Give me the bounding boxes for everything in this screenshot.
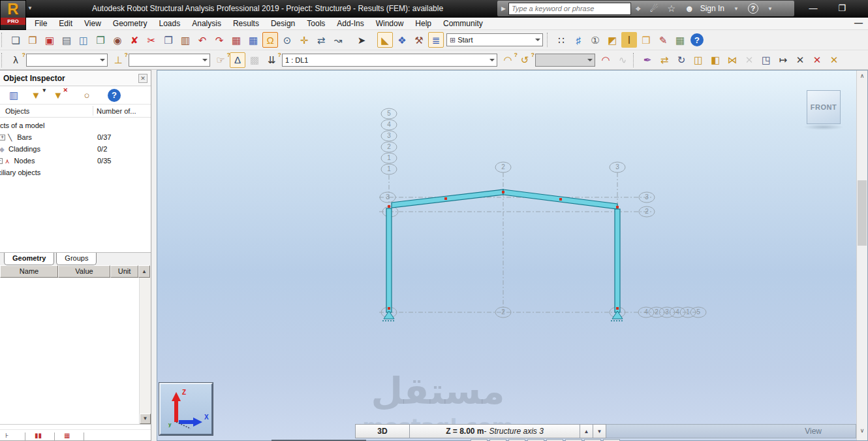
filter-icon[interactable]: ▼ ▾ — [28, 88, 44, 103]
layout-manager-icon[interactable]: ≣ — [428, 32, 444, 48]
tree-row[interactable]: Auxiliary objects — [1, 167, 16, 178]
format-painter-icon[interactable]: ✒ — [640, 52, 655, 68]
scroll-up-icon[interactable]: ▲ — [138, 265, 150, 278]
load-display-icon[interactable]: ◠ — [598, 52, 613, 68]
redo-icon[interactable]: ↷ — [211, 32, 227, 48]
menu-item[interactable]: Geometry — [107, 18, 153, 29]
select-bars-icon[interactable]: ⊥ ? — [110, 52, 126, 68]
supports-icon[interactable]: Δ — [230, 52, 245, 68]
tab-geometry[interactable]: Geometry — [4, 253, 54, 265]
sign-in-button[interactable]: Sign In — [700, 4, 724, 13]
scroll-down-icon[interactable]: ▼ — [140, 414, 151, 424]
communication-center-icon[interactable]: ☄ — [650, 1, 659, 16]
combo-arrow-icon[interactable] — [585, 54, 595, 66]
tree-row[interactable]: − Objects of a model — [1, 120, 16, 131]
rotate-icon[interactable]: ↻ — [674, 52, 689, 68]
combo-arrow-icon[interactable] — [533, 34, 542, 46]
unit-column-header[interactable]: Unit — [110, 265, 138, 278]
menu-item[interactable]: File — [29, 18, 53, 29]
bar-selection-combo[interactable] — [129, 54, 210, 67]
calculation-messages-icon[interactable]: ▦ — [245, 32, 261, 48]
translate-icon[interactable]: ⇄ — [657, 52, 672, 68]
search-icon[interactable]: ⌖ — [636, 1, 641, 16]
inspector-list-icon[interactable]: ▥ — [6, 88, 22, 103]
edit-disabled-icon[interactable]: ✕ — [741, 52, 757, 68]
cut-icon[interactable]: ✂ — [144, 32, 159, 48]
model-viewport[interactable]: 5 4 3 2 1 1 2 3 3 2 3 2 2 4 2 3 4 1 5 — [157, 70, 868, 441]
releases-icon[interactable]: ▩ — [247, 52, 262, 68]
tree-expander[interactable]: + — [0, 135, 5, 140]
menu-item[interactable]: Help — [409, 18, 437, 29]
search-input[interactable] — [508, 3, 631, 15]
delete-icon[interactable]: ✘ — [127, 32, 142, 48]
help-icon[interactable]: ? — [690, 33, 704, 46]
moment-load-icon[interactable]: ↺ ? — [517, 52, 533, 68]
new-project-icon[interactable]: ❏ — [8, 32, 23, 48]
viewport-scrollbar[interactable]: ∧ ∨ — [856, 71, 867, 440]
infocenter-expand-icon[interactable]: ▶ — [501, 5, 506, 12]
notes-icon[interactable]: ✎ — [655, 32, 671, 48]
axis-position-label[interactable]: Z = 8.00 m - Structure axis 3 — [410, 424, 580, 438]
fragment-panel-icon[interactable]: ▦ — [64, 433, 77, 440]
numbering-icon[interactable]: ① — [587, 32, 603, 48]
layout-combo[interactable]: ⊞ Start — [446, 33, 543, 46]
tree-row[interactable]: + ╲ Bars 0/37 — [1, 132, 16, 142]
print-preview-icon[interactable]: ❐ — [93, 32, 108, 48]
dimension-icon[interactable]: ↦ — [775, 52, 791, 68]
tree-row[interactable]: + ⋏ Nodes 0/35 — [1, 155, 16, 166]
inspector-search-icon[interactable]: ○ — [79, 88, 95, 103]
menu-item[interactable]: Window — [370, 18, 410, 29]
help-circle-icon[interactable]: ? — [748, 3, 758, 14]
help-caret-icon[interactable]: ▼ — [767, 6, 773, 12]
name-column-header[interactable]: Name — [0, 265, 58, 278]
tree-row[interactable]: + ◆ Claddings 0/2 — [1, 144, 16, 154]
child-minimize-icon[interactable]: — — [854, 18, 863, 27]
menu-item[interactable]: View — [78, 18, 107, 29]
favorites-star-icon[interactable]: ☆ — [667, 1, 675, 16]
axis-down-button[interactable]: ▼ — [593, 424, 606, 438]
robot-logo[interactable]: R PRO — [0, 0, 26, 30]
view-rotate-icon[interactable]: ↝ — [330, 32, 346, 48]
select-objects-icon[interactable]: ☞ ? — [213, 52, 228, 68]
menu-item[interactable]: Community — [437, 18, 489, 29]
node-selection-combo[interactable] — [26, 54, 108, 67]
menu-item[interactable]: Edit — [53, 18, 78, 29]
section-orientation-icon[interactable]: ◩ — [604, 32, 620, 48]
pan-zoom-icon[interactable]: ✛ — [296, 32, 312, 48]
menu-item[interactable]: Tools — [301, 18, 331, 29]
grid-points-icon[interactable]: ∷ — [553, 32, 569, 48]
print-icon[interactable]: ▤ — [59, 32, 74, 48]
calculations-icon[interactable]: ▦ — [228, 32, 244, 48]
view-mode-button[interactable]: 3D — [355, 424, 410, 438]
horizontal-mirror-icon[interactable]: ◫ — [690, 52, 706, 68]
fragment-node-icon[interactable]: ⊦ — [5, 433, 18, 440]
menu-item[interactable]: Add-Ins — [331, 18, 369, 29]
tab-groups[interactable]: Groups — [56, 253, 97, 265]
load-combination-combo[interactable] — [535, 54, 595, 67]
menu-item[interactable]: Results — [227, 18, 265, 29]
minimize-button[interactable]: — — [799, 0, 828, 18]
restore-button[interactable]: ❐ — [828, 0, 856, 18]
structural-axis-icon[interactable]: ♯ — [570, 32, 586, 48]
scale-icon[interactable]: ◳ — [758, 52, 774, 68]
engineering-calculator-icon[interactable]: ▦ — [672, 32, 688, 48]
divide-icon[interactable]: ✕ — [809, 52, 825, 68]
logo-caret-icon[interactable]: ▼ — [27, 5, 33, 11]
grid-scrollbar[interactable]: ▼ — [139, 278, 151, 424]
axis-up-button[interactable]: ▲ — [580, 424, 593, 438]
project-folder-icon[interactable]: ❒ — [638, 32, 654, 48]
view-2d-icon[interactable]: ◣ — [377, 32, 393, 48]
select-pointer-icon[interactable]: ➤ — [354, 32, 369, 48]
zoom-icon[interactable]: ⊙ — [279, 32, 295, 48]
job-preferences-icon[interactable]: ⚒ — [411, 32, 427, 48]
combo-arrow-icon[interactable] — [200, 54, 209, 66]
scrollbar-down-icon[interactable]: ∨ — [857, 425, 867, 436]
copy-icon[interactable]: ❐ — [161, 32, 176, 48]
combo-arrow-icon[interactable] — [488, 54, 497, 66]
print-composition-icon[interactable]: ◫ — [76, 32, 91, 48]
fragment-bar-icon[interactable]: ▮▮ — [35, 433, 48, 440]
results-lock-icon[interactable]: Ω — [262, 32, 278, 48]
axis-symmetry-icon[interactable]: ⋈ — [724, 52, 740, 68]
select-nodes-icon[interactable]: λ ? — [8, 52, 23, 68]
paste-icon[interactable]: ▥ — [178, 32, 193, 48]
